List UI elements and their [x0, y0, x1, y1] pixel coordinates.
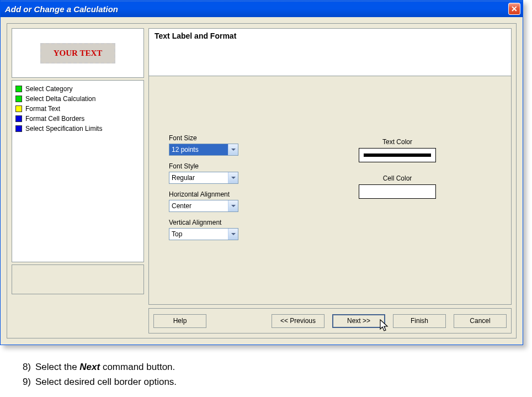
font-style-combo[interactable]: Regular — [169, 172, 238, 184]
step-swatch-icon — [15, 115, 22, 122]
dialog-window: Add or Change a Calculation ✕ YOUR TEXT … — [0, 0, 523, 345]
instructions: 8) Select the Next command button. 9) Se… — [20, 359, 177, 389]
next-button[interactable]: Next >> — [332, 314, 385, 328]
info-box — [12, 264, 144, 294]
panel-header: Text Label and Format — [149, 29, 511, 76]
dropdown-button[interactable] — [228, 200, 238, 211]
preview-box: YOUR TEXT — [12, 28, 144, 78]
step-item[interactable]: Format Text — [15, 104, 140, 114]
cancel-button[interactable]: Cancel — [454, 314, 507, 328]
preview-text: YOUR TEXT — [40, 43, 116, 63]
text-color-label: Text Color — [359, 138, 436, 146]
chevron-down-icon — [231, 149, 236, 151]
h-align-label: Horizontal Alignment — [169, 190, 238, 198]
v-align-value: Top — [169, 229, 228, 240]
instruction-number: 9) — [20, 374, 35, 389]
previous-button[interactable]: << Previous — [272, 314, 324, 328]
dropdown-button[interactable] — [228, 229, 238, 240]
close-icon: ✕ — [511, 4, 518, 13]
dropdown-button[interactable] — [228, 144, 238, 155]
chevron-down-icon — [231, 205, 236, 207]
step-item[interactable]: Select Delta Calculation — [15, 94, 140, 104]
right-panel: Text Label and Format Font Size 12 point… — [148, 28, 512, 305]
finish-button[interactable]: Finish — [393, 314, 446, 328]
instruction-text: Select desired cell border options. — [35, 374, 177, 389]
font-size-combo[interactable]: 12 points — [169, 144, 238, 156]
field-horizontal-alignment: Horizontal Alignment Center — [169, 190, 238, 212]
text-color-picker[interactable] — [359, 148, 436, 162]
dropdown-button[interactable] — [228, 172, 238, 183]
step-label: Select Delta Calculation — [25, 95, 95, 103]
cell-color-picker[interactable] — [359, 184, 436, 199]
step-swatch-icon — [15, 125, 22, 132]
chevron-down-icon — [231, 233, 236, 235]
form-area: Font Size 12 points Font Style — [149, 76, 511, 304]
field-font-style: Font Style Regular — [169, 162, 238, 184]
font-size-label: Font Size — [169, 134, 238, 142]
v-align-label: Vertical Alignment — [169, 219, 238, 226]
step-label: Format Cell Borders — [25, 115, 84, 123]
step-swatch-icon — [15, 105, 22, 112]
window-title: Add or Change a Calculation — [5, 4, 508, 14]
h-align-value: Center — [169, 200, 228, 211]
font-size-value: 12 points — [169, 144, 228, 155]
steps-list: Select Category Select Delta Calculation… — [12, 80, 144, 262]
window-body: YOUR TEXT Select Category Select Delta C… — [1, 17, 523, 345]
step-item[interactable]: Format Cell Borders — [15, 114, 140, 124]
chevron-down-icon — [231, 177, 236, 179]
step-item[interactable]: Select Category — [15, 84, 140, 94]
panel-title: Text Label and Format — [155, 31, 506, 40]
help-button[interactable]: Help — [153, 314, 206, 328]
h-align-combo[interactable]: Center — [169, 200, 238, 212]
step-label: Select Specification Limits — [25, 125, 102, 133]
instruction-number: 8) — [20, 359, 35, 374]
v-align-combo[interactable]: Top — [169, 228, 238, 240]
close-button[interactable]: ✕ — [508, 3, 520, 15]
form-left-column: Font Size 12 points Font Style — [169, 134, 238, 247]
font-style-value: Regular — [169, 172, 228, 183]
field-text-color: Text Color — [359, 138, 436, 162]
left-panel: YOUR TEXT Select Category Select Delta C… — [12, 28, 144, 305]
field-cell-color: Cell Color — [359, 174, 436, 199]
instruction-text: Select the Next command button. — [35, 359, 175, 374]
field-font-size: Font Size 12 points — [169, 134, 238, 156]
form-right-column: Text Color Cell Color — [359, 138, 436, 211]
instruction-line-9: 9) Select desired cell border options. — [20, 374, 177, 389]
titlebar[interactable]: Add or Change a Calculation ✕ — [1, 1, 523, 17]
outer-panel: YOUR TEXT Select Category Select Delta C… — [7, 23, 517, 338]
step-item[interactable]: Select Specification Limits — [15, 124, 140, 134]
step-swatch-icon — [15, 96, 22, 102]
text-color-swatch — [364, 153, 431, 157]
button-row: Help << Previous Next >> Finish Cancel — [148, 308, 512, 334]
font-style-label: Font Style — [169, 162, 238, 170]
step-label: Format Text — [25, 105, 60, 113]
instruction-line-8: 8) Select the Next command button. — [20, 359, 177, 374]
step-label: Select Category — [25, 85, 72, 93]
step-swatch-icon — [15, 86, 22, 92]
cell-color-label: Cell Color — [359, 174, 436, 182]
field-vertical-alignment: Vertical Alignment Top — [169, 219, 238, 240]
